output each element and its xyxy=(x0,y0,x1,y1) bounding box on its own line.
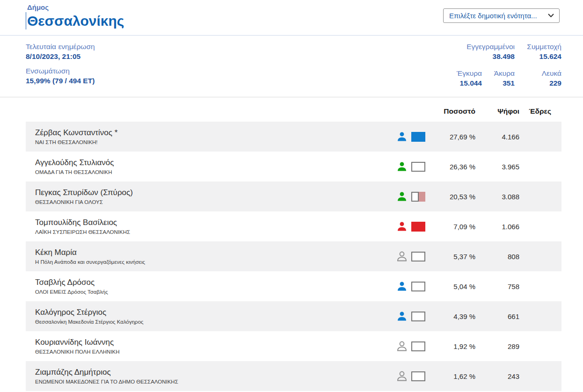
person-icon xyxy=(396,161,408,172)
party-color-swatch xyxy=(411,132,425,142)
candidate-cell: Τομπουλίδης Βασίλειος ΛΑΪΚΗ ΣΥΣΠΕΙΡΩΣΗ Θ… xyxy=(35,217,396,236)
percent-value: 1,62 % xyxy=(431,372,475,380)
candidate-cell: Πεγκας Σπυρίδων (Σπύρος) ΘΕΣΣΑΛΟΝΙΚΗ ΓΙΑ… xyxy=(35,187,396,206)
candidate-cell: Κέκη Μαρία Η Πόλη Ανάποδα και συνεργαζόμ… xyxy=(35,247,396,266)
candidate-row[interactable]: Καλόγηρος Στέργιος Θεσσαλονίκη Μακεδονία… xyxy=(26,301,561,331)
unit-select-value: Επιλέξτε δημοτική ενότητα... xyxy=(449,12,537,20)
candidate-name: Καλόγηρος Στέργιος xyxy=(35,307,396,318)
last-update-group: Τελευταία ενημέρωση 8/10/2023, 21:05 xyxy=(26,42,95,62)
swatch-empty xyxy=(411,162,425,172)
percent-value: 27,69 % xyxy=(431,133,475,141)
candidate-row[interactable]: Αγγελούδης Στυλιανός ΟΜΑΔΑ ΓΙΑ ΤΗ ΘΕΣΣΑΛ… xyxy=(26,152,561,181)
person-icon xyxy=(396,191,408,202)
candidate-row[interactable]: Τομπουλίδης Βασίλειος ΛΑΪΚΗ ΣΥΣΠΕΙΡΩΣΗ Θ… xyxy=(26,211,561,241)
votes-value: 289 xyxy=(475,342,519,350)
candidate-name: Τομπουλίδης Βασίλειος xyxy=(35,217,396,228)
municipality-title: Θεσσαλονίκης xyxy=(26,12,124,29)
percent-value: 26,36 % xyxy=(431,163,475,171)
candidate-cell: Κουριαννίδης Ιωάννης ΘΕΣΣΑΛΟΝΙΚΗ ΠΟΛΗ ΕΛ… xyxy=(35,337,396,356)
party-color-swatch xyxy=(411,162,425,172)
party-color-swatch xyxy=(411,312,425,321)
party-icons xyxy=(396,371,431,382)
party-icons xyxy=(396,311,431,322)
municipality-label: Δήμος xyxy=(27,3,124,12)
party-color-swatch xyxy=(411,222,425,232)
party-name: ΕΝΩΜΕΝΟΙ ΜΑΚΕΔΟΝΕΣ ΓΙΑ ΤΟ ΔΗΜΟ ΘΕΣΣΑΛΟΝΙ… xyxy=(35,378,396,385)
candidate-name: Ζέρβας Κωνσταντίνος * xyxy=(35,127,396,138)
party-icons xyxy=(396,131,431,142)
registered-label: Εγγεγραμμένοι xyxy=(440,42,515,51)
municipal-unit-select[interactable]: Επιλέξτε δημοτική ενότητα... xyxy=(443,8,560,23)
invalid-value: 351 xyxy=(482,78,515,88)
summary-stats: Τελευταία ενημέρωση 8/10/2023, 21:05 Ενσ… xyxy=(0,36,583,97)
percent-value: 7,09 % xyxy=(431,223,475,231)
party-name: Η Πόλη Ανάποδα και συνεργαζόμενες κινήσε… xyxy=(35,259,396,266)
party-color-swatch xyxy=(411,252,425,261)
percent-value: 1,92 % xyxy=(431,342,475,350)
party-name: ΘΕΣΣΑΛΟΝΙΚΗ ΓΙΑ ΟΛΟΥΣ xyxy=(35,199,396,206)
percent-value: 20,53 % xyxy=(431,193,475,201)
candidate-name: Τσαβλής Δρόσος xyxy=(35,277,396,288)
party-name: ΝΑΙ ΣΤΗ ΘΕΣΣΑΛΟΝΙΚΗ! xyxy=(35,139,396,146)
person-icon xyxy=(396,131,408,142)
candidate-row[interactable]: Κουριαννίδης Ιωάννης ΘΕΣΣΑΛΟΝΙΚΗ ΠΟΛΗ ΕΛ… xyxy=(26,331,561,361)
person-icon xyxy=(396,341,408,352)
swatch-fill-half xyxy=(419,192,425,202)
person-icon xyxy=(396,371,408,382)
candidate-row[interactable]: Τσαβλής Δρόσος ΟΛΟΙ ΕΜΕΙΣ Δρόσος Τσαβλής… xyxy=(26,271,561,301)
party-icons xyxy=(396,161,431,172)
percent-value: 5,37 % xyxy=(431,253,475,261)
results-table: Ποσοστό Ψήφοι Έδρες Ζέρβας Κωνσταντίνος … xyxy=(0,97,583,391)
integration-value: 15,99% (79 / 494 ΕΤ) xyxy=(26,76,95,86)
votes-value: 661 xyxy=(475,312,519,320)
header: Δήμος Θεσσαλονίκης Επιλέξτε δημοτική ενό… xyxy=(0,0,583,36)
stats-left: Τελευταία ενημέρωση 8/10/2023, 21:05 Ενσ… xyxy=(26,42,95,90)
person-icon xyxy=(396,281,408,292)
chevron-down-icon xyxy=(548,14,554,18)
blank-value: 229 xyxy=(515,78,561,88)
votes-value: 1.066 xyxy=(475,223,519,231)
candidate-row[interactable]: Ζέρβας Κωνσταντίνος * ΝΑΙ ΣΤΗ ΘΕΣΣΑΛΟΝΙΚ… xyxy=(26,122,561,152)
last-update-value: 8/10/2023, 21:05 xyxy=(26,51,95,62)
invalid-label: Άκυρα xyxy=(482,68,515,78)
party-icons xyxy=(396,251,431,262)
last-update-label: Τελευταία ενημέρωση xyxy=(26,42,95,51)
column-header-votes: Ψήφοι xyxy=(475,107,519,116)
swatch-empty xyxy=(411,312,425,321)
party-color-swatch xyxy=(411,192,425,202)
swatch-empty xyxy=(411,282,425,291)
candidate-cell: Ζέρβας Κωνσταντίνος * ΝΑΙ ΣΤΗ ΘΕΣΣΑΛΟΝΙΚ… xyxy=(35,127,396,146)
party-color-swatch xyxy=(411,282,425,291)
integration-group: Ενσωμάτωση 15,99% (79 / 494 ΕΤ) xyxy=(26,66,95,86)
table-header: Ποσοστό Ψήφοι Έδρες xyxy=(26,101,561,122)
party-name: ΛΑΪΚΗ ΣΥΣΠΕΙΡΩΣΗ ΘΕΣΣΑΛΟΝΙΚΗΣ xyxy=(35,229,396,236)
candidate-name: Ζιαμπάζης Δημήτριος xyxy=(35,367,396,377)
party-name: ΟΛΟΙ ΕΜΕΙΣ Δρόσος Τσαβλής xyxy=(35,289,396,296)
blank-label: Λευκά xyxy=(515,68,561,78)
candidate-cell: Καλόγηρος Στέργιος Θεσσαλονίκη Μακεδονία… xyxy=(35,307,396,326)
votes-value: 3.088 xyxy=(475,193,519,201)
candidate-row[interactable]: Πεγκας Σπυρίδων (Σπύρος) ΘΕΣΣΑΛΟΝΙΚΗ ΓΙΑ… xyxy=(26,181,561,211)
party-icons xyxy=(396,281,431,292)
candidate-row[interactable]: Κέκη Μαρία Η Πόλη Ανάποδα και συνεργαζόμ… xyxy=(26,241,561,271)
swatch-empty xyxy=(411,371,425,381)
turnout-label: Συμμετοχή xyxy=(515,42,561,51)
percent-value: 5,04 % xyxy=(431,283,475,290)
percent-value: 4,39 % xyxy=(431,312,475,320)
votes-value: 3.965 xyxy=(475,163,519,171)
person-icon xyxy=(396,251,408,262)
candidate-row[interactable]: Ζιαμπάζης Δημήτριος ΕΝΩΜΕΝΟΙ ΜΑΚΕΔΟΝΕΣ Γ… xyxy=(26,361,561,391)
candidate-name: Κέκη Μαρία xyxy=(35,247,396,258)
valid-label: Έγκυρα xyxy=(440,68,482,78)
candidate-name: Πεγκας Σπυρίδων (Σπύρος) xyxy=(35,187,396,198)
party-name: ΘΕΣΣΑΛΟΝΙΚΗ ΠΟΛΗ ΕΛΛΗΝΙΚΗ xyxy=(35,348,396,356)
votes-value: 758 xyxy=(475,283,519,290)
candidate-name: Κουριαννίδης Ιωάννης xyxy=(35,337,396,348)
integration-label: Ενσωμάτωση xyxy=(26,66,95,76)
candidate-cell: Ζιαμπάζης Δημήτριος ΕΝΩΜΕΝΟΙ ΜΑΚΕΔΟΝΕΣ Γ… xyxy=(35,367,396,385)
swatch-empty xyxy=(411,252,425,261)
party-color-swatch xyxy=(411,371,425,381)
party-name: Θεσσαλονίκη Μακεδονία Στέργιος Καλόγηρος xyxy=(35,319,396,326)
party-icons xyxy=(396,221,431,232)
person-icon xyxy=(396,311,408,322)
